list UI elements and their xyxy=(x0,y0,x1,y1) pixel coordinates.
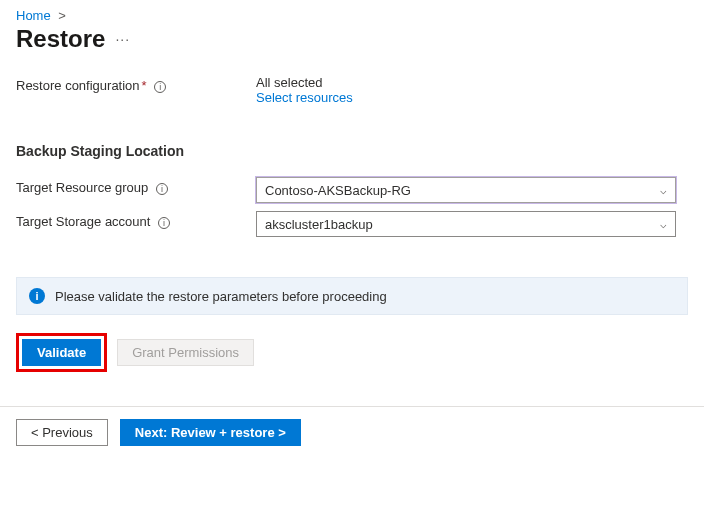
target-sa-value: akscluster1backup xyxy=(265,217,373,232)
target-rg-dropdown[interactable]: Contoso-AKSBackup-RG ⌵ xyxy=(256,177,676,203)
wizard-footer: < Previous Next: Review + restore > xyxy=(0,407,704,458)
required-asterisk-icon: * xyxy=(142,78,147,93)
chevron-down-icon: ⌵ xyxy=(660,218,667,231)
breadcrumb: Home > xyxy=(0,0,704,25)
backup-staging-location-heading: Backup Staging Location xyxy=(16,143,688,159)
chevron-down-icon: ⌵ xyxy=(660,184,667,197)
validate-highlight: Validate xyxy=(16,333,107,372)
title-row: Restore ··· xyxy=(0,25,704,61)
select-resources-link[interactable]: Select resources xyxy=(256,90,688,105)
validate-button[interactable]: Validate xyxy=(22,339,101,366)
chevron-right-icon: > xyxy=(58,8,66,23)
info-icon[interactable]: i xyxy=(154,81,166,93)
page-title: Restore xyxy=(16,25,105,53)
target-sa-dropdown[interactable]: akscluster1backup ⌵ xyxy=(256,211,676,237)
more-actions-icon[interactable]: ··· xyxy=(115,31,130,47)
target-sa-label: Target Storage account i xyxy=(16,211,256,229)
restore-config-label: Restore configuration* i xyxy=(16,75,256,93)
info-icon[interactable]: i xyxy=(156,183,168,195)
grant-permissions-button: Grant Permissions xyxy=(117,339,254,366)
validate-info-banner: i Please validate the restore parameters… xyxy=(16,277,688,315)
target-sa-row: Target Storage account i akscluster1back… xyxy=(16,211,688,237)
target-rg-value: Contoso-AKSBackup-RG xyxy=(265,183,411,198)
target-rg-row: Target Resource group i Contoso-AKSBacku… xyxy=(16,177,688,203)
restore-config-row: Restore configuration* i All selected Se… xyxy=(16,75,688,105)
target-rg-label: Target Resource group i xyxy=(16,177,256,195)
next-button[interactable]: Next: Review + restore > xyxy=(120,419,301,446)
info-solid-icon: i xyxy=(29,288,45,304)
action-buttons-row: Validate Grant Permissions xyxy=(16,333,688,372)
restore-config-status: All selected xyxy=(256,75,688,90)
previous-button[interactable]: < Previous xyxy=(16,419,108,446)
info-icon[interactable]: i xyxy=(158,217,170,229)
breadcrumb-home-link[interactable]: Home xyxy=(16,8,51,23)
banner-text: Please validate the restore parameters b… xyxy=(55,289,387,304)
wizard-content: Restore configuration* i All selected Se… xyxy=(0,61,704,398)
